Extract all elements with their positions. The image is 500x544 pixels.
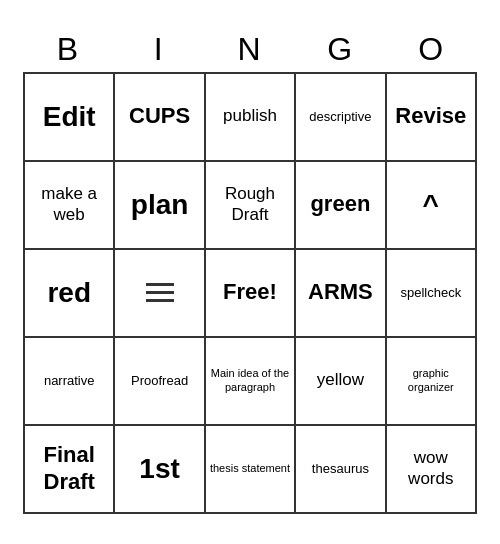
- cell-3-0[interactable]: narrative: [25, 338, 115, 426]
- cell-1-1[interactable]: plan: [115, 162, 205, 250]
- cell-3-4[interactable]: graphic organizer: [387, 338, 477, 426]
- cell-0-4[interactable]: Revise: [387, 74, 477, 162]
- header-n: N: [205, 31, 296, 68]
- cell-4-3[interactable]: thesaurus: [296, 426, 386, 514]
- cell-1-2[interactable]: Rough Draft: [206, 162, 296, 250]
- bingo-header: B I N G O: [23, 31, 477, 68]
- cell-1-3[interactable]: green: [296, 162, 386, 250]
- cell-4-0[interactable]: Final Draft: [25, 426, 115, 514]
- hamburger-icon: [146, 283, 174, 302]
- cell-4-1[interactable]: 1st: [115, 426, 205, 514]
- cell-2-2[interactable]: Free!: [206, 250, 296, 338]
- bingo-grid: Edit CUPS publish descriptive Revise mak…: [23, 72, 477, 514]
- cell-4-2[interactable]: thesis statement: [206, 426, 296, 514]
- cell-2-1[interactable]: [115, 250, 205, 338]
- cell-3-2[interactable]: Main idea of the paragraph: [206, 338, 296, 426]
- cell-3-1[interactable]: Proofread: [115, 338, 205, 426]
- header-i: I: [114, 31, 205, 68]
- header-o: O: [386, 31, 477, 68]
- cell-0-2[interactable]: publish: [206, 74, 296, 162]
- bingo-card: B I N G O Edit CUPS publish descriptive …: [15, 23, 485, 522]
- cell-0-1[interactable]: CUPS: [115, 74, 205, 162]
- cell-2-4[interactable]: spellcheck: [387, 250, 477, 338]
- cell-1-4[interactable]: ^: [387, 162, 477, 250]
- cell-1-0[interactable]: make a web: [25, 162, 115, 250]
- cell-3-3[interactable]: yellow: [296, 338, 386, 426]
- cell-0-0[interactable]: Edit: [25, 74, 115, 162]
- header-b: B: [23, 31, 114, 68]
- cell-0-3[interactable]: descriptive: [296, 74, 386, 162]
- cell-2-3[interactable]: ARMS: [296, 250, 386, 338]
- cell-2-0[interactable]: red: [25, 250, 115, 338]
- cell-4-4[interactable]: wow words: [387, 426, 477, 514]
- header-g: G: [295, 31, 386, 68]
